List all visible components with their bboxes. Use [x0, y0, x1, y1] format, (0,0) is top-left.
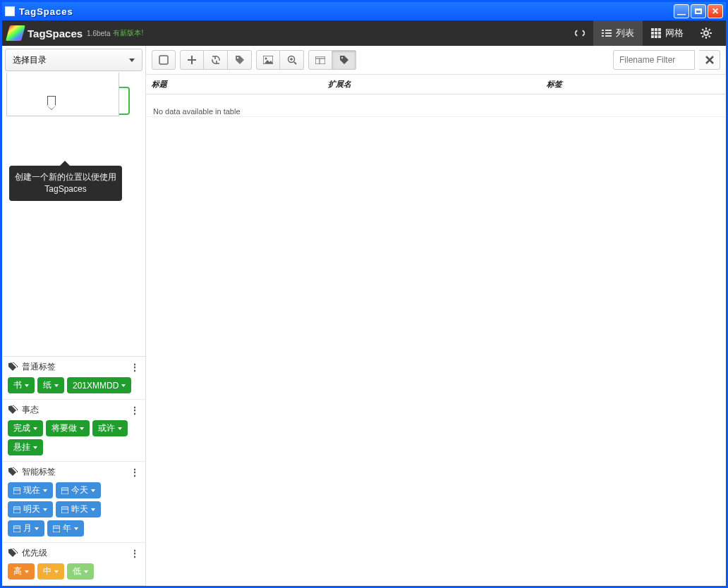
update-available-link[interactable]: 有新版本! [113, 28, 143, 38]
new-location-tooltip: 创建一个新的位置以便使用TagSpaces [9, 166, 122, 201]
chevron-down-icon [54, 570, 59, 573]
table-empty-row: No data available in table [146, 94, 726, 117]
calendar-icon [13, 487, 20, 494]
tag-chip[interactable]: 中 [37, 563, 64, 580]
tag-chip[interactable]: 现在 [8, 482, 53, 498]
tag-chip[interactable]: 年 [47, 520, 84, 537]
magnifier-icon [287, 55, 297, 65]
add-file-button[interactable] [180, 50, 204, 70]
window-maximize-button[interactable] [691, 4, 706, 18]
chevron-down-icon [91, 489, 95, 492]
tag-chip[interactable]: 完成 [8, 420, 43, 436]
svg-rect-6 [651, 28, 654, 31]
zoom-button[interactable] [280, 50, 304, 70]
tag-group: 智能标签⋮现在今天明天昨天月年 [2, 462, 145, 543]
tag-group-menu-button[interactable]: ⋮ [130, 548, 140, 559]
svg-rect-8 [658, 28, 661, 31]
app-version: 1.6beta [87, 30, 110, 37]
view-grid-button[interactable]: 网格 [643, 20, 692, 46]
select-all-button[interactable] [152, 50, 176, 70]
chevron-down-icon [74, 527, 78, 530]
tag-chip[interactable]: 低 [67, 563, 94, 580]
svg-rect-2 [602, 32, 604, 34]
chevron-down-icon [129, 59, 135, 62]
settings-button[interactable] [692, 20, 720, 46]
checkbox-icon [159, 55, 169, 65]
tag-group-menu-button[interactable]: ⋮ [130, 362, 140, 373]
clear-filter-button[interactable] [699, 50, 720, 70]
thumbnail-button[interactable] [256, 50, 280, 70]
tag-chip[interactable]: 书 [8, 377, 35, 393]
calendar-icon [61, 506, 68, 513]
svg-rect-33 [315, 56, 325, 64]
add-tag-button[interactable] [228, 50, 252, 70]
tag-chip[interactable]: 纸 [37, 377, 64, 393]
svg-rect-18 [61, 488, 68, 494]
view-tags-button[interactable] [332, 50, 356, 70]
column-title[interactable]: 标题 [152, 79, 328, 90]
tag-group-label: 智能标签 [22, 466, 56, 478]
reload-button[interactable] [204, 50, 228, 70]
tag-label: 现在 [23, 484, 40, 496]
tag-chip[interactable]: 明天 [8, 501, 53, 517]
tag-group-menu-button[interactable]: ⋮ [130, 405, 140, 416]
tag-group-header[interactable]: 事态⋮ [8, 404, 140, 416]
tag-chip[interactable]: 或许 [92, 420, 128, 436]
tag-group-header[interactable]: 智能标签⋮ [8, 466, 140, 478]
chevron-down-icon [121, 384, 126, 387]
tag-chip[interactable]: 月 [8, 520, 44, 537]
chevron-down-icon [43, 508, 47, 511]
plus-icon [188, 56, 196, 64]
image-icon [263, 56, 273, 64]
tag-row: 现在今天明天昨天月年 [8, 482, 140, 537]
tag-label: 昨天 [71, 503, 88, 515]
tag-chip[interactable]: 昨天 [56, 501, 101, 517]
sidebar: 选择目录 新的地址 创建一个新的位置以便使用TagSpaces 普通标签⋮书纸2… [2, 46, 146, 586]
tag-label: 年 [63, 522, 71, 534]
tag-label: 纸 [43, 379, 51, 391]
calendar-icon [13, 525, 20, 532]
tags-icon [8, 362, 18, 372]
select-directory-dropdown[interactable]: 选择目录 [5, 49, 142, 71]
tag-chip[interactable]: 高 [8, 563, 35, 580]
tag-chip[interactable]: 将要做 [46, 420, 90, 436]
tag-chip[interactable]: 今天 [56, 482, 101, 498]
svg-rect-16 [13, 488, 20, 494]
filename-filter-input[interactable] [613, 50, 695, 70]
tag-label: 或许 [98, 422, 115, 434]
svg-rect-9 [651, 32, 654, 35]
svg-rect-1 [605, 30, 612, 31]
tag-group-header[interactable]: 优先级⋮ [8, 547, 140, 559]
tag-chip[interactable]: 悬挂 [8, 439, 43, 455]
tag-filled-icon [339, 55, 349, 65]
tag-group-header[interactable]: 普通标签⋮ [8, 361, 140, 373]
tag-chip[interactable]: 201XMMDD [67, 377, 131, 393]
tag-group-menu-button[interactable]: ⋮ [130, 467, 140, 478]
reload-icon [211, 55, 221, 65]
window-close-button[interactable]: ✕ [708, 4, 723, 18]
chevron-down-icon [25, 384, 29, 387]
tag-label: 高 [13, 565, 22, 577]
chevron-down-icon [25, 570, 29, 573]
tag-group-label: 普通标签 [22, 361, 56, 373]
view-details-button[interactable] [308, 50, 332, 70]
chevron-down-icon [118, 427, 122, 430]
column-ext[interactable]: 扩展名 [328, 79, 547, 90]
window-minimize-button[interactable]: — [674, 4, 689, 18]
column-tags[interactable]: 标签 [547, 79, 726, 90]
tag-label: 月 [23, 522, 32, 534]
directory-dropdown-panel [6, 73, 119, 116]
app-logo-icon [6, 25, 25, 41]
tag-row: 高中低 [8, 563, 140, 580]
tag-label: 悬挂 [13, 441, 30, 453]
tooltip-text: 创建一个新的位置以便使用TagSpaces [15, 172, 116, 194]
view-list-button[interactable]: 列表 [593, 20, 643, 46]
tag-row: 书纸201XMMDD [8, 377, 140, 393]
toolbar [146, 46, 726, 74]
svg-rect-0 [602, 30, 604, 31]
view-grid-label: 网格 [665, 27, 684, 39]
svg-point-29 [236, 57, 238, 59]
svg-point-36 [341, 57, 342, 59]
toggle-sidebar-button[interactable] [566, 20, 593, 46]
svg-rect-14 [658, 35, 661, 38]
